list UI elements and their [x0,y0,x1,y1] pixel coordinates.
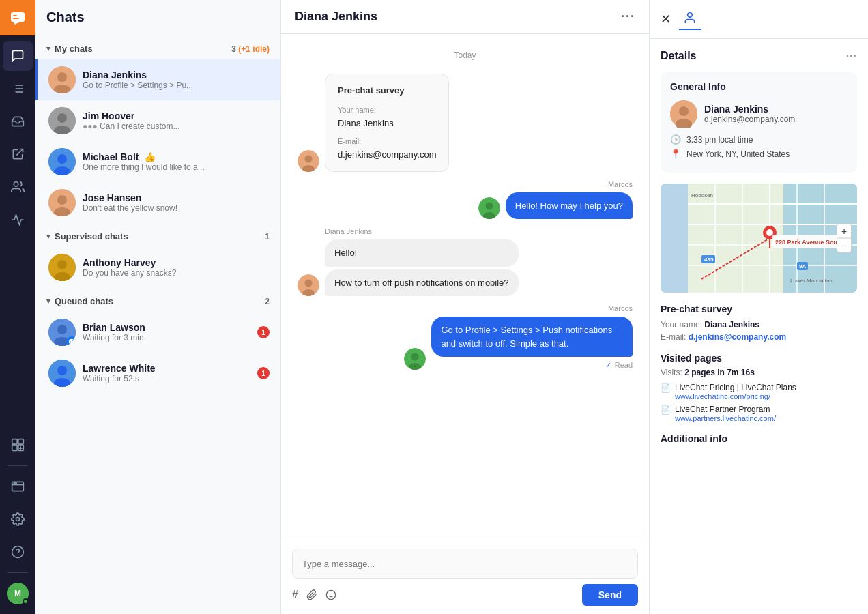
chat-info-brian: Brian Lawson Waiting for 3 min [83,322,250,342]
nav-tickets[interactable] [3,139,33,169]
page-link-2: LiveChat Partner Program www.partners.li… [675,405,776,422]
diana-question-bubble: How to turn off push notifications on mo… [325,269,519,297]
nav-add[interactable] [3,430,33,460]
svg-point-54 [411,353,419,361]
details-title: Details ··· [661,50,857,62]
chat-item-jose[interactable]: Jose Hansen Don't eat the yellow snow! [35,182,280,223]
survey-bubble-group: Pre-chat survey Your name: Diana Jenkins… [325,74,449,172]
chat-input-area: # Send [281,540,649,614]
svg-point-24 [57,72,67,82]
chat-preview-jim: ●●● Can I create custom... [83,121,270,131]
chat-list-header: Chats [35,0,280,35]
survey-bubble: Pre-chat survey Your name: Diana Jenkins… [325,74,449,172]
contact-email: d.jenkins@company.com [704,115,795,124]
attachment-button[interactable] [306,589,317,600]
svg-rect-1 [13,15,17,16]
page-url-2[interactable]: www.partners.livechatinc.com/ [675,414,776,422]
svg-point-48 [485,203,493,210]
my-chats-chevron: ▾ [46,44,50,53]
page-url-1[interactable]: www.livechatinc.com/pricing/ [675,392,796,400]
contact-name-email: Diana Jenkins d.jenkins@company.com [704,104,795,124]
read-receipt: ✓ Read [605,361,633,370]
details-header: ✕ [650,0,868,39]
supervised-chats-section-header[interactable]: ▾ Supervised chats 1 [35,223,280,247]
contact-tab[interactable] [679,8,701,30]
survey-email-label: E-mail: [338,136,436,147]
location-icon: 📍 [670,149,681,159]
marcos-hello-bubble: Hello! How may I help you? [506,192,633,220]
chat-more-button[interactable]: ··· [621,10,635,24]
user-avatar-btn[interactable]: M [3,579,33,609]
svg-point-9 [14,182,18,187]
zoom-in-button[interactable]: + [837,224,851,238]
svg-point-30 [57,154,67,164]
chat-item-anthony[interactable]: Anthony Harvey Do you have any snacks? [35,247,280,288]
svg-point-36 [57,260,67,269]
svg-point-27 [57,113,67,123]
chat-item-diana[interactable]: Diana Jenkins Go to Profile > Settings >… [35,59,280,100]
chat-preview-brian: Waiting for 3 min [83,333,250,342]
chat-info-jim: Jim Hoover ●●● Can I create custom... [83,111,270,131]
svg-text:Lower Manhattan: Lower Manhattan [790,278,833,284]
chat-item-lawrence[interactable]: Lawrence White Waiting for 52 s 1 [35,353,280,394]
app-logo[interactable] [0,0,35,35]
svg-point-33 [57,195,67,205]
svg-rect-12 [12,445,18,451]
chat-preview-anthony: Do you have any snacks? [83,268,270,278]
chat-name-brian: Brian Lawson [83,322,250,333]
svg-text:495: 495 [704,257,714,263]
nav-chats[interactable] [3,41,33,71]
date-divider: Today [298,50,633,60]
location-text: New York, NY, United States [686,149,790,159]
queued-chats-section-header[interactable]: ▾ Queued chats 2 [35,288,280,312]
queued-chevron: ▾ [46,297,50,306]
additional-info-section: Additional info [661,433,857,444]
chat-preview-michael: One more thing I would like to a... [83,162,270,172]
queued-label: Queued chats [55,296,113,306]
messenger-icon [66,336,76,346]
nav-inbox[interactable] [3,106,33,136]
page-title-1: LiveChat Pricing | LiveChat Plans [675,383,796,392]
chat-name-diana: Diana Jenkins [83,70,270,81]
map-container: 228 Park Avenue South Hoboken Lower Manh… [661,184,857,293]
avatar-jim [48,107,76,134]
chat-preview-lawrence: Waiting for 52 s [83,374,250,383]
page-icon-1: 📄 [661,383,671,393]
nav-reports[interactable] [3,205,33,235]
svg-point-51 [305,280,313,287]
close-button[interactable]: ✕ [661,12,671,27]
nav-list[interactable] [3,74,33,104]
chat-item-michael[interactable]: Michael Bolt 👍 One more thing I would li… [35,141,280,182]
chat-item-brian[interactable]: Brian Lawson Waiting for 3 min 1 [35,312,280,353]
hashtag-button[interactable]: # [292,589,298,601]
svg-text:9A: 9A [799,263,806,269]
nav-settings[interactable] [3,504,33,534]
nav-help[interactable] [3,537,33,567]
diana-hello-bubble: Hello! [325,239,519,267]
avatar-michael [48,148,76,175]
send-button[interactable]: Send [582,584,638,606]
svg-rect-11 [18,439,24,445]
zoom-out-button[interactable]: − [837,239,851,252]
supervised-chevron: ▾ [46,232,50,241]
chat-name-jim: Jim Hoover [83,111,270,121]
svg-point-18 [14,483,15,484]
svg-rect-0 [11,12,25,22]
chat-contact-name: Diana Jenkins [295,10,377,24]
svg-point-56 [326,590,335,599]
message-input[interactable] [292,549,638,579]
chat-item-jim[interactable]: Jim Hoover ●●● Can I create custom... [35,100,280,141]
location-row: 📍 New York, NY, United States [670,149,848,159]
avatar-lawrence [48,360,76,387]
nav-browser[interactable] [3,471,33,501]
page-link-1: LiveChat Pricing | LiveChat Plans www.li… [675,383,796,400]
chat-info-jose: Jose Hansen Don't eat the yellow snow! [83,192,270,213]
emoji-button[interactable] [326,589,336,600]
details-more-btn[interactable]: ··· [846,50,857,62]
nav-team[interactable] [3,172,33,202]
my-chats-section-header[interactable]: ▾ My chats 3 (+1 idle) [35,35,280,59]
pre-chat-survey-title: Pre-chat survey [661,304,857,315]
page-icon-2: 📄 [661,405,671,415]
chat-info-lawrence: Lawrence White Waiting for 52 s [83,363,250,383]
chat-preview-jose: Don't eat the yellow snow! [83,203,270,213]
